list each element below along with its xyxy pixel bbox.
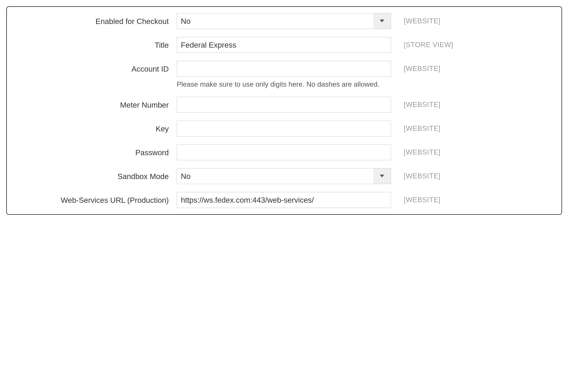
scope-title: [STORE VIEW] (391, 37, 453, 49)
input-meter-number[interactable] (177, 97, 391, 113)
scope-meter-number: [WEBSITE] (391, 97, 441, 109)
row-sandbox-mode: Sandbox Mode No [WEBSITE] (13, 168, 552, 184)
input-web-services-url[interactable] (177, 192, 391, 208)
scope-sandbox-mode: [WEBSITE] (391, 168, 441, 180)
label-meter-number: Meter Number (13, 97, 177, 109)
label-web-services-url: Web-Services URL (Production) (13, 192, 177, 205)
input-title[interactable] (177, 37, 391, 53)
scope-enabled-for-checkout: [WEBSITE] (391, 13, 441, 25)
select-enabled-for-checkout[interactable]: No (177, 13, 391, 29)
select-sandbox-mode[interactable]: No (177, 168, 391, 184)
row-title: Title [STORE VIEW] (13, 37, 552, 53)
help-account-id: Please make sure to use only digits here… (177, 80, 391, 89)
scope-web-services-url: [WEBSITE] (391, 192, 441, 204)
select-enabled-for-checkout-wrap: No (177, 13, 391, 29)
row-key: Key [WEBSITE] (13, 121, 552, 137)
row-web-services-url: Web-Services URL (Production) [WEBSITE] (13, 192, 552, 208)
input-key[interactable] (177, 121, 391, 137)
label-key: Key (13, 121, 177, 133)
fedex-settings-form: Enabled for Checkout No [WEBSITE] Title … (6, 6, 562, 215)
row-account-id: Account ID Please make sure to use only … (13, 61, 552, 89)
scope-key: [WEBSITE] (391, 121, 441, 132)
label-account-id: Account ID (13, 61, 177, 73)
scope-account-id: [WEBSITE] (391, 61, 441, 72)
row-password: Password [WEBSITE] (13, 144, 552, 160)
scope-password: [WEBSITE] (391, 144, 441, 156)
row-meter-number: Meter Number [WEBSITE] (13, 97, 552, 113)
row-enabled-for-checkout: Enabled for Checkout No [WEBSITE] (13, 13, 552, 29)
input-password[interactable] (177, 144, 391, 160)
select-sandbox-mode-wrap: No (177, 168, 391, 184)
label-enabled-for-checkout: Enabled for Checkout (13, 13, 177, 26)
label-sandbox-mode: Sandbox Mode (13, 168, 177, 181)
label-password: Password (13, 144, 177, 157)
label-title: Title (13, 37, 177, 50)
input-account-id[interactable] (177, 61, 391, 77)
